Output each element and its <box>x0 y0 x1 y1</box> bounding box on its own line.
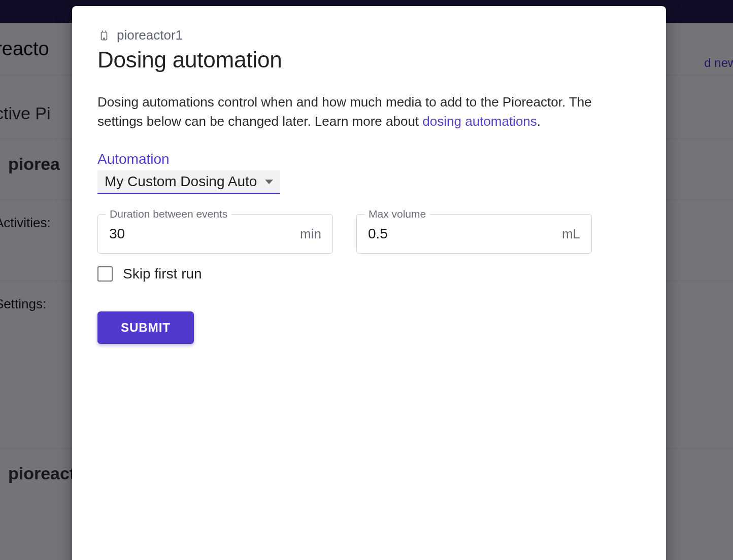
automation-label: Automation <box>97 151 641 167</box>
duration-label: Duration between events <box>106 208 231 220</box>
duration-input[interactable] <box>109 226 258 242</box>
skip-first-run-label: Skip first run <box>123 266 202 282</box>
modal-device-row: pioreactor1 <box>97 27 641 43</box>
pioreactor-icon <box>97 29 111 42</box>
modal-desc-post: . <box>537 114 541 129</box>
automation-select[interactable]: My Custom Dosing Auto <box>97 170 280 194</box>
dosing-automations-link[interactable]: dosing automations <box>422 114 537 129</box>
max-volume-input[interactable] <box>368 226 517 242</box>
dosing-automation-modal: pioreactor1 Dosing automation Dosing aut… <box>72 6 666 560</box>
submit-button[interactable]: SUBMIT <box>97 311 194 344</box>
svg-point-5 <box>104 38 105 39</box>
max-volume-label: Max volume <box>364 208 430 220</box>
chevron-down-icon <box>265 180 273 184</box>
modal-description: Dosing automations control when and how … <box>97 93 630 131</box>
modal-device-name: pioreactor1 <box>117 27 183 43</box>
max-volume-field-wrap: Max volume mL <box>356 214 592 254</box>
skip-first-run-checkbox[interactable] <box>97 266 113 282</box>
modal-title: Dosing automation <box>97 47 641 73</box>
duration-field-wrap: Duration between events min <box>97 214 333 254</box>
automation-select-value: My Custom Dosing Auto <box>105 173 257 190</box>
max-volume-unit: mL <box>562 226 580 242</box>
duration-unit: min <box>300 226 321 242</box>
